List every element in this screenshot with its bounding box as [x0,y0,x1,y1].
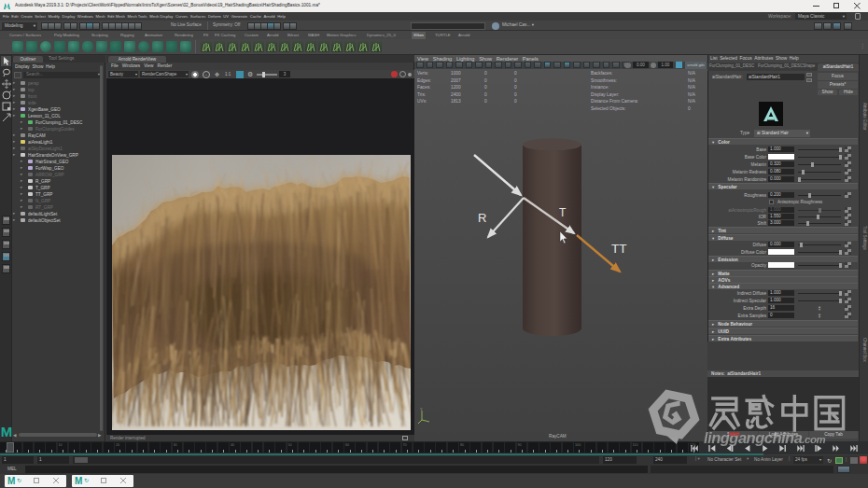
svg-text:Y: Y [420,408,423,411]
